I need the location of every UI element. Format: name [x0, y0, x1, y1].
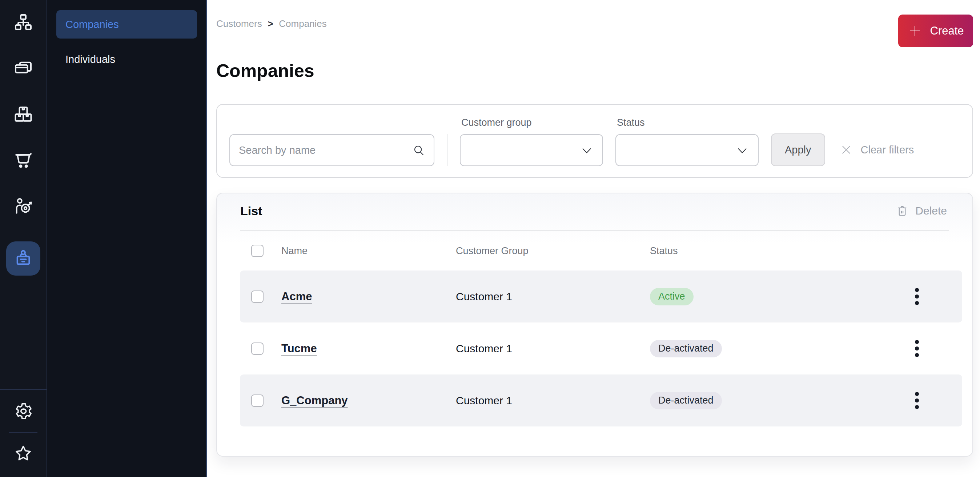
sidebar-item-companies[interactable]: Companies [56, 10, 197, 38]
list-card: List Delete Name Customer Group Status A… [216, 193, 973, 456]
nav-marketing-button[interactable] [13, 196, 33, 216]
sidebar-item-label: Companies [65, 19, 119, 30]
row-checkbox[interactable] [251, 291, 264, 303]
row-checkbox[interactable] [251, 394, 264, 407]
filter-divider [447, 134, 447, 166]
customer-badge-icon [13, 248, 33, 269]
list-header: List Delete [240, 203, 949, 219]
nav-orders-button[interactable] [13, 58, 33, 78]
customer-group-cell: Customer 1 [456, 342, 650, 355]
company-name-link[interactable]: Tucme [282, 342, 317, 355]
icon-rail-bottom [0, 389, 46, 477]
table-row: Tucme Customer 1 De-activated [240, 323, 962, 374]
app-root: Companies Individuals Customers > Compan… [0, 0, 980, 477]
status-badge: De-activated [650, 340, 722, 358]
status-cell: De-activated [650, 392, 722, 409]
customer-group-label: Customer group [460, 117, 603, 128]
filter-bar: Customer group Status Apply Clear filter… [216, 104, 973, 178]
kebab-dot [915, 301, 919, 305]
row-menu-button[interactable] [911, 388, 923, 413]
breadcrumb-separator: > [268, 19, 274, 29]
nav-cart-button[interactable] [13, 150, 33, 170]
settings-button[interactable] [13, 401, 33, 421]
status-badge: Active [650, 288, 694, 305]
chevron-down-icon [736, 146, 748, 156]
column-header-status: Status [650, 245, 906, 257]
apply-button[interactable]: Apply [771, 134, 825, 166]
trash-icon [896, 204, 909, 218]
main-content: Customers > Companies Create Companies C… [207, 0, 980, 477]
boxes-icon [13, 104, 33, 124]
kebab-dot [915, 288, 919, 292]
chevron-down-icon [581, 146, 593, 156]
column-header-name: Name [282, 245, 456, 257]
status-badge: De-activated [650, 392, 722, 409]
delete-button[interactable]: Delete [894, 204, 949, 218]
status-select[interactable] [616, 134, 759, 166]
nav-structure-button[interactable] [13, 12, 33, 33]
table-body: Acme Customer 1 Active Tucme Customer 1 … [240, 270, 962, 426]
close-icon [840, 143, 853, 156]
nav-catalog-button[interactable] [13, 104, 33, 124]
sidebar-item-label: Individuals [65, 54, 115, 65]
row-checkbox[interactable] [251, 342, 264, 355]
row-menu-button[interactable] [911, 336, 923, 361]
kebab-dot [915, 294, 919, 299]
rail-divider [9, 432, 37, 432]
icon-rail [0, 0, 47, 477]
breadcrumb: Customers > Companies [216, 18, 327, 29]
select-all-checkbox[interactable] [251, 245, 264, 257]
kebab-dot [915, 340, 919, 344]
customer-group-cell: Customer 1 [456, 291, 650, 303]
delete-button-label: Delete [915, 205, 947, 217]
row-menu-button[interactable] [911, 284, 923, 308]
customer-group-select[interactable] [460, 134, 603, 166]
cart-icon [13, 150, 33, 170]
topbar: Customers > Companies Create [216, 14, 973, 47]
gear-icon [13, 401, 33, 421]
icon-rail-top [0, 0, 46, 275]
company-name-link[interactable]: G_Company [282, 394, 348, 407]
breadcrumb-customers[interactable]: Customers [216, 18, 262, 29]
kebab-dot [915, 392, 919, 396]
column-header-customer-group: Customer Group [456, 245, 650, 257]
company-name-link[interactable]: Acme [282, 290, 312, 303]
list-title: List [240, 203, 262, 219]
create-button-label: Create [930, 24, 964, 37]
status-label: Status [616, 117, 759, 128]
cards-icon [13, 58, 33, 78]
plus-icon [907, 23, 923, 38]
breadcrumb-companies: Companies [279, 18, 327, 29]
target-person-icon [13, 196, 33, 216]
table-row: G_Company Customer 1 De-activated [240, 374, 962, 426]
search-input[interactable] [229, 134, 434, 166]
sitemap-icon [13, 12, 33, 33]
customer-group-cell: Customer 1 [456, 394, 650, 407]
table-header-row: Name Customer Group Status [240, 231, 962, 270]
status-cell: De-activated [650, 340, 722, 358]
rail-divider [0, 389, 46, 390]
kebab-dot [915, 347, 919, 350]
clear-filters-button[interactable]: Clear filters [837, 143, 916, 157]
search-box [229, 134, 434, 166]
clear-filters-label: Clear filters [861, 144, 914, 156]
sidebar-item-individuals[interactable]: Individuals [56, 45, 197, 73]
secondary-sidebar: Companies Individuals [47, 0, 207, 477]
star-icon [13, 444, 33, 463]
status-filter: Status [616, 117, 759, 166]
search-group [229, 134, 434, 166]
kebab-dot [915, 405, 919, 409]
kebab-dot [915, 399, 919, 402]
page-title: Companies [216, 60, 973, 81]
status-cell: Active [650, 288, 694, 305]
customer-group-filter: Customer group [460, 117, 603, 166]
create-button[interactable]: Create [898, 14, 973, 47]
favorites-button[interactable] [13, 444, 33, 463]
nav-customers-button[interactable] [6, 242, 40, 275]
table-row: Acme Customer 1 Active [240, 270, 962, 323]
kebab-dot [915, 353, 919, 357]
